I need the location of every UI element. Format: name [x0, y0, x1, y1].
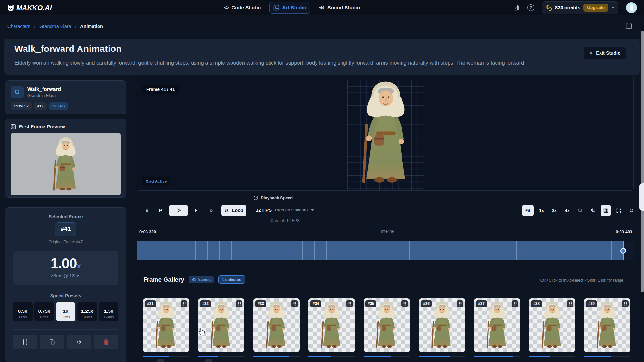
- gauge-icon: [253, 195, 258, 200]
- frame-card[interactable]: #36: [419, 298, 465, 352]
- frame-duration-bar: [584, 356, 630, 357]
- nav-art-studio[interactable]: Art Studio: [269, 2, 310, 14]
- rewind-button[interactable]: «: [141, 205, 152, 216]
- frame-number-badge-partial: [157, 359, 164, 362]
- character-sprite: [315, 301, 348, 351]
- character-sprite: [425, 301, 459, 351]
- zoom-out-button[interactable]: [575, 205, 585, 216]
- animation-name: Walk_forward: [27, 87, 61, 92]
- skip-forward-icon: [194, 208, 199, 213]
- frame-card[interactable]: #35: [364, 298, 410, 352]
- speed-preset-button[interactable]: 1.5x 124ms: [99, 302, 118, 321]
- side-panel-handle[interactable]: [639, 183, 644, 211]
- close-icon: ×: [590, 51, 592, 56]
- gallery-hint: Ctrl+Click to multi-select • Shift+Click…: [540, 278, 623, 283]
- chevron-down-icon: [311, 209, 314, 211]
- studio-nav: <> Code Studio Art Studio Sound Studio: [220, 0, 364, 15]
- chevron-down-icon[interactable]: [611, 7, 615, 9]
- current-fps: Current: 12 FPS: [252, 218, 318, 223]
- avatar[interactable]: [626, 2, 637, 13]
- zoom-2x-button[interactable]: 2x: [549, 205, 559, 216]
- selected-frame-value: #41: [55, 222, 76, 236]
- preview-canvas: Frame 41 / 41 Grid Active: [137, 76, 634, 191]
- zoom-in-button[interactable]: [588, 205, 598, 216]
- zoom-controls: Fit 1x 2x 4x ↺: [522, 205, 637, 216]
- frame-number-badge-partial: [205, 359, 212, 362]
- frame-card[interactable]: #31: [143, 298, 189, 352]
- timeline-playhead[interactable]: [620, 248, 626, 254]
- speed-detail: 83ms @ 12fps: [13, 273, 118, 278]
- credits-pill[interactable]: 830 credits Upgrade: [542, 1, 618, 14]
- coins-icon: [545, 5, 552, 11]
- skip-back-icon: [158, 208, 163, 213]
- reset-view-button[interactable]: ↺: [627, 205, 637, 216]
- toggle-grid-button[interactable]: [601, 205, 611, 216]
- breadcrumb-separator: ›: [75, 24, 76, 29]
- zoom-1x-button[interactable]: 1x: [536, 205, 546, 216]
- zoom-fit-button[interactable]: Fit: [522, 205, 534, 216]
- exit-studio-button[interactable]: × Exit Studio: [584, 47, 627, 59]
- character-sprite: [480, 301, 514, 351]
- loop-icon: [224, 209, 229, 213]
- book-icon[interactable]: [625, 23, 632, 30]
- breadcrumb-characters[interactable]: Characters: [7, 24, 30, 29]
- frame-duration-bar: [529, 356, 575, 357]
- nav-code-studio[interactable]: <> Code Studio: [220, 2, 265, 13]
- nav-sound-studio[interactable]: Sound Studio: [315, 2, 364, 13]
- zoom-4x-button[interactable]: 4x: [562, 205, 572, 216]
- speed-preset-button[interactable]: 0.5x 41ms: [13, 302, 33, 321]
- timeline-fill: [137, 241, 623, 260]
- duplicate-icon: [49, 339, 55, 345]
- insert-frame-button[interactable]: [13, 335, 37, 349]
- speed-preset-button[interactable]: 1x 83ms: [56, 302, 76, 321]
- breadcrumb-separator: ›: [34, 24, 35, 29]
- selected-count-badge: 1 selected: [218, 275, 245, 284]
- topbar-right: ? 830 credits Upgrade: [513, 1, 637, 14]
- image-icon: [11, 124, 16, 129]
- help-icon[interactable]: ?: [527, 4, 534, 11]
- speed-preset-button[interactable]: 0.75x 62ms: [34, 302, 54, 321]
- speed-preset-button[interactable]: 1.25x 103ms: [77, 302, 97, 321]
- cat-icon: [7, 4, 14, 11]
- animation-badge: 443×657: [11, 102, 32, 110]
- next-frame-button[interactable]: [191, 205, 202, 216]
- frame-card[interactable]: #37: [474, 298, 520, 352]
- first-frame-preview: [11, 133, 121, 195]
- animation-badge: 41F: [34, 102, 47, 110]
- magnifier-plus-icon: [591, 208, 596, 213]
- changelog-icon[interactable]: [513, 4, 520, 11]
- animation-avatar: G: [11, 86, 24, 98]
- topbar: MAKKO.AI <> Code Studio Art Studio Sound…: [0, 0, 644, 15]
- play-button[interactable]: [169, 205, 188, 216]
- character-sprite: [46, 136, 85, 195]
- breadcrumb-grandma-elara[interactable]: Grandma Elara: [39, 24, 71, 29]
- character-name: Grandma Elara: [27, 93, 61, 98]
- image-icon: [273, 5, 279, 11]
- frame-card[interactable]: #39: [584, 298, 630, 352]
- loop-button[interactable]: Loop: [221, 205, 246, 216]
- character-sprite: [535, 301, 569, 351]
- timeline-start-time: 0:03.320: [137, 228, 159, 236]
- scrollbar-thumb[interactable]: [641, 31, 644, 292]
- frame-duration-bar: [364, 356, 410, 357]
- nav-sound-label: Sound Studio: [327, 5, 360, 11]
- prev-frame-button[interactable]: [155, 205, 166, 216]
- frame-count-badge: 41 frames: [189, 276, 214, 283]
- frame-card[interactable]: #34: [308, 298, 355, 352]
- delete-frame-button[interactable]: [94, 335, 118, 349]
- page-description: Elderly woman walking slowly and careful…: [14, 60, 562, 66]
- upgrade-button[interactable]: Upgrade: [583, 4, 608, 12]
- frame-duration-bar: [419, 356, 465, 357]
- frame-card[interactable]: #38: [529, 298, 575, 352]
- character-sprite: [204, 301, 238, 351]
- play-icon: [176, 208, 181, 213]
- timeline-track[interactable]: [137, 241, 634, 260]
- breadcrumb-animation: Animation: [80, 24, 103, 29]
- fast-forward-button[interactable]: »: [205, 205, 216, 216]
- frame-card[interactable]: #33: [253, 298, 300, 352]
- frame-card[interactable]: #32: [198, 298, 244, 352]
- fullscreen-button[interactable]: [614, 205, 624, 216]
- duplicate-frame-button[interactable]: [40, 335, 64, 349]
- fps-dropdown[interactable]: 12 FPS Pixel art standard: [252, 204, 318, 216]
- flip-horizontal-button[interactable]: [67, 335, 91, 349]
